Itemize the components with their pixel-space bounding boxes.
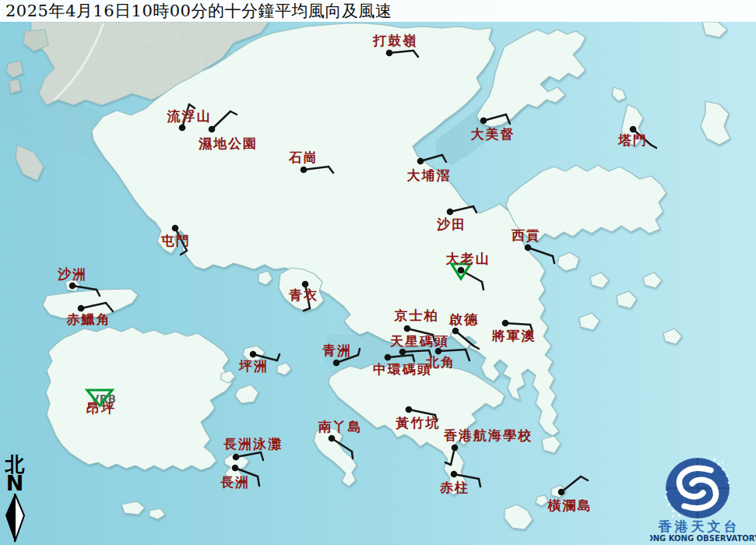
- station-label: 橫瀾島: [547, 498, 592, 513]
- hko-name-chinese: 香港天文台: [658, 519, 740, 534]
- station-label: 西貢: [511, 227, 541, 243]
- station-dot: [232, 465, 239, 472]
- station-label: 天星碼頭: [389, 333, 449, 349]
- station-label: 大老山: [446, 251, 491, 266]
- station-label: 啟德: [448, 311, 479, 327]
- station-dot: [404, 325, 411, 332]
- station-label: 黃竹坑: [396, 415, 441, 431]
- station-label: 大美督: [471, 126, 515, 142]
- north-compass: 北 N: [2, 455, 27, 543]
- station-dot: [630, 126, 637, 133]
- station-dot: [329, 435, 336, 442]
- hko-wind-map: 打鼓嶺流浮山濕地公園石崗大美督塔門大埔滘沙田屯門沙洲赤鱲角西貢大老山青衣京士柏啟…: [0, 0, 756, 545]
- lantau-island: [46, 327, 232, 470]
- station-dot: [447, 209, 454, 216]
- station-label: 青洲: [322, 343, 352, 358]
- station-label: 石崗: [288, 149, 318, 165]
- station-label: 屯門: [160, 233, 191, 248]
- station-dot: [525, 244, 532, 251]
- station-label: 打鼓嶺: [373, 33, 418, 48]
- map-canvas: 打鼓嶺流浮山濕地公園石崗大美督塔門大埔滘沙田屯門沙洲赤鱲角西貢大老山青衣京士柏啟…: [0, 0, 756, 545]
- station-dot: [333, 360, 340, 367]
- north-arrow-icon: [3, 494, 26, 543]
- hko-logo: 香港天文台 HONG KONG OBSERVATORY: [650, 448, 756, 545]
- station-dot: [179, 125, 186, 132]
- station-label: 香港航海學校: [443, 427, 533, 443]
- station-dot: [451, 471, 458, 478]
- compass-north-letter: N: [6, 473, 24, 494]
- station-dot: [458, 267, 465, 274]
- station-dot: [78, 305, 85, 312]
- station-label: 長洲泳灘: [223, 436, 283, 452]
- station-label: 南丫島: [318, 419, 363, 434]
- station-label: 赤柱: [439, 480, 469, 495]
- station-dot: [417, 158, 424, 165]
- station-dot: [452, 445, 459, 452]
- station-dot: [301, 167, 308, 174]
- station-dot: [233, 454, 240, 461]
- station-dot: [435, 348, 442, 355]
- station-label: 青衣: [289, 287, 318, 303]
- station-label: 將軍澳: [491, 328, 536, 343]
- station-dot: [385, 354, 392, 361]
- station-dot: [69, 283, 76, 290]
- station-dot: [399, 349, 406, 356]
- station-label: 赤鱲角: [66, 311, 111, 327]
- wind-barb-tick: [352, 452, 353, 459]
- station-label: 沙洲: [57, 266, 87, 282]
- title-band: 2025年4月16日10時00分的十分鐘平均風向及風速: [0, 0, 756, 22]
- station-dot: [480, 118, 487, 125]
- station-dot: [250, 351, 257, 358]
- station-dot: [209, 126, 216, 133]
- station-label: 坪洲: [238, 358, 269, 374]
- map-title: 2025年4月16日10時00分的十分鐘平均風向及風速: [0, 0, 392, 22]
- station-dot: [386, 50, 393, 57]
- station-label: 昂坪: [86, 400, 116, 416]
- station-dot: [558, 489, 565, 496]
- station-label: 沙田: [436, 216, 466, 232]
- hko-name-english: HONG KONG OBSERVATORY: [650, 534, 756, 543]
- station-label: 大埔滘: [407, 167, 452, 183]
- station-label: 京士柏: [394, 308, 439, 323]
- station-dot: [502, 320, 509, 327]
- station-dot: [452, 328, 459, 335]
- station-label: 長洲: [220, 474, 250, 490]
- station-label: 濕地公園: [198, 135, 258, 151]
- station-dot: [172, 225, 179, 232]
- station-ngong-ping[interactable]: VRB昂坪: [86, 390, 116, 416]
- station-label: 塔門: [617, 132, 648, 148]
- station-label: 流浮山: [167, 108, 212, 124]
- station-dot: [406, 406, 413, 413]
- station-label: 中環碼頭: [373, 361, 432, 377]
- station-dot: [302, 281, 309, 288]
